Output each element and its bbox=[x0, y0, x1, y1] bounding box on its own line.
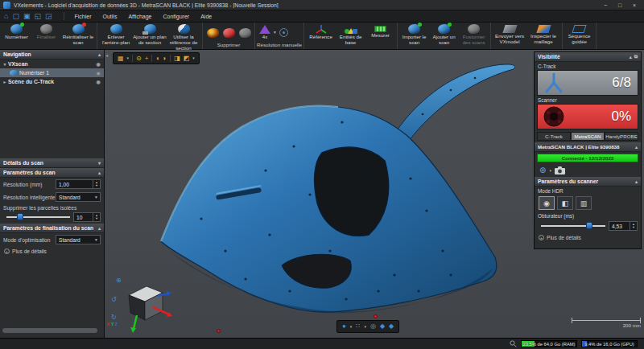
rotate-ccw-icon[interactable]: ↺ bbox=[111, 296, 117, 303]
import-session-icon[interactable]: ◱ bbox=[34, 13, 41, 20]
navigation-header[interactable]: Navigation ▴ bbox=[0, 50, 104, 60]
view-cube-caret-icon[interactable]: ▾ bbox=[127, 56, 130, 60]
shutter-slider[interactable] bbox=[541, 222, 605, 230]
collapse-icon[interactable]: ▴ bbox=[98, 51, 101, 57]
save-session-icon[interactable]: ▣ bbox=[23, 13, 31, 20]
isolated-patches-slider[interactable] bbox=[6, 213, 70, 221]
collapse-icon[interactable]: ▴ bbox=[98, 225, 101, 231]
views-caret-icon[interactable]: ▾ bbox=[192, 56, 195, 60]
expander-icon[interactable]: ▸ bbox=[2, 80, 8, 84]
menu-outils[interactable]: Outils bbox=[97, 12, 123, 21]
menu-fichier[interactable]: Fichier bbox=[69, 12, 97, 21]
points-display-caret-icon[interactable]: ▾ bbox=[364, 325, 366, 329]
finalisation-header[interactable]: Paramètres de finalisation du scan ▴ bbox=[0, 224, 104, 233]
rotate-cw-icon[interactable]: ↻ bbox=[111, 314, 117, 321]
rotate-left-icon[interactable]: ◖ bbox=[155, 55, 159, 62]
shutter-spinner[interactable]: 4,53 ▲▼ bbox=[609, 221, 638, 231]
spinner-arrows-icon[interactable]: ▲▼ bbox=[93, 213, 100, 221]
menu-aide[interactable]: Aide bbox=[195, 12, 217, 21]
menu-affichage[interactable]: Affichage bbox=[122, 12, 157, 21]
expander-icon[interactable]: ▾ bbox=[2, 62, 8, 67]
orbit-target-icon[interactable]: ⊕ bbox=[116, 277, 122, 284]
resolution-4x-button[interactable]: 4x bbox=[257, 23, 273, 41]
collapse-icon[interactable]: ▴ bbox=[630, 54, 632, 60]
close-button[interactable]: × bbox=[628, 1, 641, 10]
tab-ctrack[interactable]: C-Track bbox=[537, 132, 571, 141]
more-details-expander[interactable]: + Plus de détails bbox=[0, 246, 104, 257]
horizontal-scrollbar[interactable] bbox=[2, 328, 97, 333]
popout-icon[interactable]: ⧉ bbox=[634, 54, 638, 60]
scanner-more-details-expander[interactable]: + Plus de détails bbox=[535, 232, 641, 243]
sequence-guidee-button[interactable]: Séquence guidée bbox=[564, 23, 594, 49]
inspecter-maillage-button[interactable]: Inspecter le maillage bbox=[526, 23, 560, 49]
collapse-icon[interactable]: ▴ bbox=[635, 144, 638, 150]
parametres-du-scan-header[interactable]: Paramètres du scan ▴ bbox=[0, 168, 104, 178]
hdr-mode-half-button[interactable]: ◧ bbox=[557, 196, 573, 210]
numeriser-button[interactable]: Numériser bbox=[2, 23, 31, 49]
spinner-arrows-icon[interactable]: ▲▼ bbox=[93, 180, 100, 188]
tree-item-numeriser-1[interactable]: Numériser 1 ◉ bbox=[0, 68, 104, 77]
slider-thumb[interactable] bbox=[586, 222, 592, 229]
visibility-eye-icon[interactable]: ◉ bbox=[94, 79, 102, 84]
collapse-icon[interactable]: ▾ bbox=[98, 160, 101, 166]
collapse-icon[interactable]: ▴ bbox=[635, 179, 638, 184]
home-icon[interactable]: ⌂ bbox=[4, 13, 8, 20]
supprimer-patch-button[interactable] bbox=[237, 23, 253, 41]
fusionner-scans-button[interactable]: Fusionner des scans bbox=[459, 23, 489, 49]
supprimer-brush-button[interactable] bbox=[221, 23, 237, 41]
resolution-zone-button[interactable] bbox=[276, 23, 292, 41]
device-header[interactable]: MetraSCAN BLACK | Elite 9390838 ▴ bbox=[535, 142, 641, 152]
visibility-eye-icon[interactable]: ◉ bbox=[94, 70, 102, 76]
minimize-button[interactable]: − bbox=[599, 1, 612, 10]
ajouter-plan-section-button[interactable]: Ajouter un plan de section bbox=[133, 23, 167, 51]
view-cube-icon[interactable]: ▦ bbox=[118, 55, 124, 62]
surface-display-icon[interactable]: ● bbox=[342, 323, 346, 330]
tree-item-scene-ctrack[interactable]: ▸ Scène du C-Track ◉ bbox=[0, 77, 104, 86]
importer-scan-button[interactable]: Importer le scan bbox=[399, 23, 429, 49]
resolution-spinner[interactable]: 1,00 ▲▼ bbox=[56, 179, 101, 189]
points-display-icon[interactable]: ∷ bbox=[356, 323, 360, 330]
view-iso-icon[interactable]: ◩ bbox=[184, 55, 190, 62]
reference-button[interactable]: Référence bbox=[306, 23, 336, 49]
menu-configurer[interactable]: Configurer bbox=[157, 12, 195, 21]
view-front-icon[interactable]: ◨ bbox=[174, 55, 180, 62]
utiliser-reference-section-button[interactable]: Utiliser la référence de section bbox=[167, 23, 200, 51]
envoyer-vxmodel-button[interactable]: Envoyer vers VXmodel bbox=[493, 23, 526, 49]
visibility-eye-icon[interactable]: ◉ bbox=[94, 61, 102, 67]
supprimer-speckle-button[interactable] bbox=[204, 23, 221, 41]
optimization-mode-dropdown[interactable]: Standard ▾ bbox=[56, 235, 101, 244]
mesurer-button[interactable]: Mesurer bbox=[365, 23, 395, 49]
parametres-scanner-header[interactable]: Paramètres du scanner ▴ bbox=[535, 177, 641, 187]
rotate-right-icon[interactable]: ◗ bbox=[163, 55, 167, 62]
spinner-arrows-icon[interactable]: ▲▼ bbox=[630, 222, 637, 230]
hdr-mode-multi-button[interactable]: ▥ bbox=[576, 196, 592, 210]
export-session-icon[interactable]: ◲ bbox=[45, 13, 52, 20]
enlever-arriere-plan-button[interactable]: Enlever l'arrière-plan bbox=[99, 23, 133, 51]
mesh-quality-icon[interactable]: ◆ bbox=[389, 323, 394, 330]
slider-thumb[interactable] bbox=[17, 213, 23, 220]
entites-de-base-button[interactable]: Entités de base bbox=[336, 23, 365, 49]
viewport-collapse-icon[interactable]: ◂ bbox=[105, 52, 108, 58]
tab-handyprobe[interactable]: HandyPROBE bbox=[605, 132, 638, 141]
finaliser-button[interactable]: Finaliser bbox=[31, 23, 61, 49]
smart-resolution-dropdown[interactable]: Standard ▾ bbox=[56, 192, 101, 202]
reinitialiser-scan-button[interactable]: Réinitialiser le scan bbox=[61, 23, 95, 49]
search-icon[interactable] bbox=[510, 340, 517, 347]
tab-metrascan[interactable]: MetraSCAN bbox=[571, 132, 605, 141]
targets-display-icon[interactable]: ◎ bbox=[370, 323, 376, 330]
chevron-down-icon[interactable]: ▾ bbox=[549, 168, 551, 173]
tree-item-vxscan[interactable]: ▾ VXscan ◉ bbox=[0, 60, 104, 68]
new-session-icon[interactable]: ▢ bbox=[12, 13, 19, 20]
collapse-icon[interactable]: ▴ bbox=[98, 170, 101, 175]
surface-display-caret-icon[interactable]: ▾ bbox=[350, 325, 353, 329]
visibilite-header[interactable]: Visibilité ▴ ⧉ bbox=[535, 52, 641, 62]
ajouter-scan-button[interactable]: Ajouter un scan bbox=[429, 23, 459, 49]
mesh-display-icon[interactable]: ◆ bbox=[380, 323, 385, 330]
maximize-button[interactable]: □ bbox=[613, 1, 626, 10]
details-du-scan-header[interactable]: Détails du scan ▾ bbox=[0, 158, 104, 168]
hdr-mode-standard-button[interactable]: ◉ bbox=[539, 196, 555, 210]
camera-icon[interactable] bbox=[555, 166, 565, 174]
zoom-plus-icon[interactable]: + bbox=[145, 55, 149, 62]
calibration-target-icon[interactable]: ⊕ bbox=[539, 166, 546, 174]
isolated-patches-spinner[interactable]: 10 ▲▼ bbox=[73, 212, 101, 222]
